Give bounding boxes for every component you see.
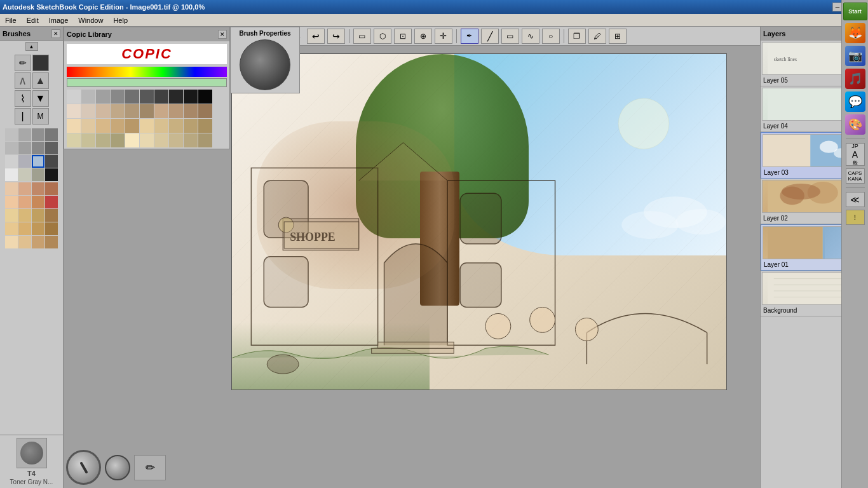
line-tool[interactable]: ╱ — [481, 29, 499, 44]
swatch-tan-3[interactable] — [32, 209, 44, 222]
swatch-tan-4[interactable] — [45, 209, 58, 222]
brush-thin[interactable]: | — [15, 108, 31, 125]
camera-icon[interactable]: 📷 — [845, 46, 865, 66]
menu-file[interactable]: File — [3, 15, 19, 25]
move-tool[interactable]: ✛ — [435, 29, 452, 44]
copic-swatch[interactable] — [154, 90, 168, 104]
swatch-tan-1[interactable] — [5, 209, 18, 222]
copic-color-input[interactable] — [67, 78, 227, 87]
swatch-warm-5[interactable] — [5, 236, 18, 248]
swatch-gray-2[interactable] — [18, 128, 31, 141]
zoom-tool[interactable]: ⊕ — [414, 29, 432, 44]
copic-swatch[interactable] — [140, 90, 154, 104]
select-lasso-tool[interactable]: ⬡ — [374, 29, 391, 44]
copic-swatch[interactable] — [67, 119, 81, 133]
keyboard-icon[interactable]: CAPS KANA — [846, 168, 865, 184]
copic-swatch[interactable] — [67, 104, 81, 118]
swatch-skin-3[interactable] — [32, 196, 44, 208]
swatch-gray-9[interactable] — [5, 155, 18, 168]
rotation-dial[interactable] — [66, 450, 101, 485]
swatch-warm-6[interactable] — [18, 236, 31, 248]
color-swatch-black[interactable] — [32, 55, 49, 71]
swatch-warm-2[interactable] — [18, 222, 31, 235]
swatch-gray-6[interactable] — [18, 142, 31, 154]
swatch-gray-10[interactable] — [18, 155, 31, 168]
copic-swatch[interactable] — [140, 104, 154, 118]
swatch-tan-2[interactable] — [18, 209, 31, 222]
swatch-warm-3[interactable] — [32, 222, 44, 235]
copic-swatch[interactable] — [81, 119, 95, 133]
skype-icon[interactable]: 💬 — [845, 92, 865, 112]
copic-swatch[interactable] — [169, 133, 183, 147]
redo-button[interactable]: ↪ — [327, 29, 345, 44]
copic-swatch[interactable] — [184, 104, 198, 118]
copic-swatch[interactable] — [125, 119, 139, 133]
swatch-brown-2[interactable] — [18, 182, 31, 195]
copic-swatch[interactable] — [96, 133, 110, 147]
copic-swatch[interactable] — [198, 90, 212, 104]
swatch-gray-5[interactable] — [5, 142, 18, 154]
brush-thick[interactable]: ▼ — [32, 90, 49, 107]
copic-swatch[interactable] — [184, 119, 198, 133]
copic-swatch[interactable] — [154, 133, 168, 147]
copic-swatch[interactable] — [140, 119, 154, 133]
copic-swatch[interactable] — [169, 104, 183, 118]
swatch-red-1[interactable] — [45, 196, 58, 208]
start-button[interactable]: Start — [843, 3, 867, 20]
copic-swatch[interactable] — [169, 90, 183, 104]
swatch-gray-14[interactable] — [18, 168, 31, 181]
jp-icon[interactable]: JP A 般 — [846, 143, 865, 166]
swatch-gray-11-selected[interactable] — [32, 155, 44, 168]
copic-swatch[interactable] — [125, 133, 139, 147]
copic-swatch[interactable] — [184, 90, 198, 104]
brush-soft[interactable]: ∧ — [15, 72, 31, 89]
color-wheel-mini[interactable] — [105, 455, 130, 480]
menu-image[interactable]: Image — [46, 15, 71, 25]
swatch-brown-4[interactable] — [45, 182, 58, 195]
copic-swatch[interactable] — [169, 119, 183, 133]
copic-swatch[interactable] — [198, 119, 212, 133]
swatch-warm-7[interactable] — [32, 236, 44, 248]
copy-stamp-tool[interactable]: ❐ — [568, 29, 586, 44]
copic-swatch[interactable] — [125, 104, 139, 118]
swatch-black[interactable] — [45, 168, 58, 181]
copic-swatch[interactable] — [198, 133, 212, 147]
eyedropper-tool[interactable]: 🖊 — [588, 29, 606, 44]
multiline-tool[interactable]: ∿ — [522, 29, 539, 44]
copic-swatch[interactable] — [140, 133, 154, 147]
copic-swatch[interactable] — [81, 90, 95, 104]
swatch-skin-1[interactable] — [5, 196, 18, 208]
canvas[interactable]: SHOPPE — [231, 53, 727, 390]
brush-marker[interactable]: M — [32, 108, 49, 125]
copic-swatch[interactable] — [96, 104, 110, 118]
copic-swatch[interactable] — [67, 90, 81, 104]
swatch-brown-3[interactable] — [32, 182, 44, 195]
swatch-gray-12[interactable] — [45, 155, 58, 168]
pen-tool[interactable]: ✒ — [461, 29, 478, 44]
swatch-gray-4[interactable] — [45, 128, 58, 141]
copic-swatch[interactable] — [154, 104, 168, 118]
swatch-gray-3[interactable] — [32, 128, 44, 141]
swatch-gray-8[interactable] — [45, 142, 58, 154]
undo-button[interactable]: ↩ — [307, 29, 325, 44]
brush-nav-up[interactable]: ▲ — [25, 42, 38, 51]
copic-gradient-bar[interactable] — [67, 67, 227, 77]
select-rect-tool[interactable]: ▭ — [353, 29, 371, 44]
copic-swatch[interactable] — [111, 133, 125, 147]
menu-window[interactable]: Window — [76, 15, 105, 25]
menu-help[interactable]: Help — [111, 15, 130, 25]
swatch-gray-15[interactable] — [32, 168, 44, 181]
swatch-gray-1[interactable] — [5, 128, 18, 141]
copic-swatch[interactable] — [81, 133, 95, 147]
swatch-gray-7[interactable] — [32, 142, 44, 154]
copic-swatch[interactable] — [111, 90, 125, 104]
swatch-gray-13[interactable] — [5, 168, 18, 181]
crop-tool[interactable]: ⊡ — [394, 29, 412, 44]
notification-icon[interactable]: ! — [846, 210, 865, 225]
brush-size-control[interactable]: ✏ — [134, 455, 166, 480]
music-icon[interactable]: 🎵 — [845, 69, 865, 89]
brush-medium[interactable]: ⌇ — [15, 90, 31, 107]
copic-swatch[interactable] — [154, 119, 168, 133]
color-picker-icon[interactable]: 🎨 — [845, 114, 865, 135]
brush-grid-tool[interactable]: ⊞ — [609, 29, 627, 44]
